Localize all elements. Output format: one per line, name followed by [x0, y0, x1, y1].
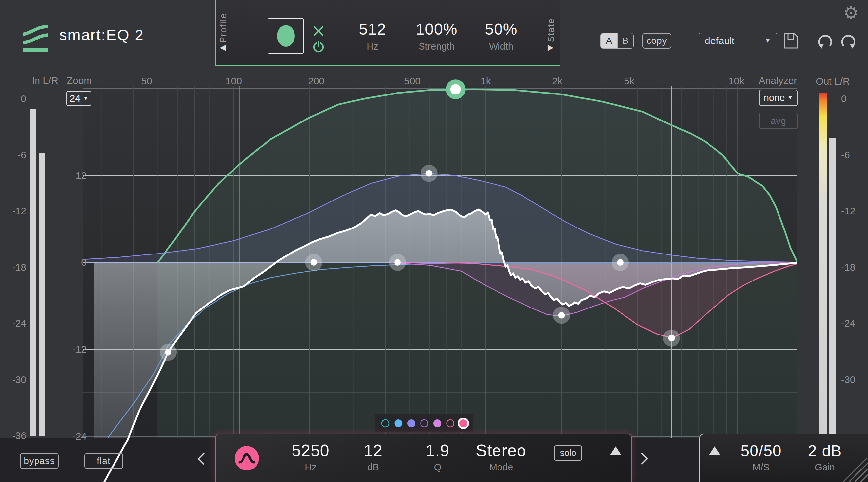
- band-handle[interactable]: [389, 254, 406, 271]
- profile-freq-unit: Hz: [367, 41, 378, 52]
- sonible-logo-icon: [21, 23, 51, 53]
- band-freq-label: Hz: [305, 462, 316, 473]
- freq-axis-label: 2k: [552, 76, 563, 86]
- band-freq-value[interactable]: 5250: [291, 441, 329, 460]
- width-label: Width: [489, 41, 513, 52]
- eq-db-label: -24: [72, 431, 87, 442]
- profile-handle[interactable]: [446, 79, 466, 99]
- width-value[interactable]: 50%: [485, 20, 517, 38]
- in-meter-label: In L/R: [32, 75, 58, 86]
- out-meter-bar-left: [819, 93, 827, 435]
- preset-dropdown-icon: ▼: [764, 37, 771, 44]
- preset-value: default: [705, 35, 735, 47]
- band-dot-2[interactable]: [395, 419, 402, 427]
- in-meter-scale-label: -36: [12, 430, 26, 441]
- copy-button[interactable]: copy: [642, 33, 671, 49]
- band-panel-collapse-icon[interactable]: [610, 447, 621, 455]
- band-dot-1[interactable]: [382, 420, 389, 427]
- in-meter-scale-label: -12: [12, 206, 26, 216]
- band-solo-button[interactable]: solo: [554, 446, 582, 461]
- band-q-label: Q: [434, 462, 441, 473]
- out-meter-scale-label: -24: [841, 318, 855, 329]
- zoom-value: 24: [69, 93, 80, 104]
- band-handle[interactable]: [421, 164, 438, 182]
- freq-axis-label: 5k: [624, 76, 635, 86]
- in-meter-scale-label: -18: [12, 262, 26, 273]
- profile-prev-icon[interactable]: ◀: [220, 43, 226, 51]
- eq-db-label: -12: [72, 344, 87, 355]
- analyzer-select[interactable]: none ▼: [759, 90, 798, 106]
- analyzer-avg-button[interactable]: avg: [759, 113, 798, 129]
- in-meter-scale-label: -6: [18, 149, 26, 160]
- ab-toggle-b[interactable]: B: [617, 33, 634, 49]
- output-gain-value[interactable]: 2 dB: [808, 442, 842, 460]
- out-meter-scale-label: -30: [841, 374, 855, 385]
- band-gain-label: dB: [367, 462, 379, 473]
- out-meter-scale-label: -18: [841, 262, 855, 273]
- in-meter-bar-left: [30, 109, 36, 435]
- band-handle[interactable]: [553, 307, 570, 324]
- out-meter-label: Out L/R: [816, 76, 849, 87]
- out-meter-bar-right: [829, 138, 836, 435]
- ms-value[interactable]: 50/50: [740, 442, 781, 460]
- state-section-label: State: [546, 9, 556, 42]
- resize-grip-icon[interactable]: [840, 458, 868, 482]
- band-selector-dots[interactable]: [375, 414, 473, 432]
- freq-axis-label: 1k: [480, 76, 491, 86]
- out-meter-scale-label: -6: [841, 149, 850, 160]
- out-meter-scale-label: 0: [841, 93, 847, 104]
- profile-clear-icon[interactable]: [313, 25, 324, 38]
- zoom-label: Zoom: [67, 75, 92, 86]
- band-q-value[interactable]: 1.9: [426, 441, 450, 460]
- band-handle[interactable]: [305, 254, 322, 271]
- in-meter-bar-right: [39, 153, 45, 435]
- ab-toggle-a[interactable]: A: [601, 33, 617, 49]
- preset-select[interactable]: default ▼: [699, 33, 777, 49]
- in-meter-scale-label: -30: [12, 374, 26, 385]
- bypass-button[interactable]: bypass: [20, 453, 59, 469]
- zoom-dropdown-icon: ▼: [83, 95, 89, 102]
- band-handle[interactable]: [663, 330, 680, 347]
- ms-label: M/S: [752, 462, 770, 473]
- band-handle[interactable]: [160, 344, 177, 361]
- band-type-icon[interactable]: [235, 446, 259, 471]
- in-meter-scale-label: 0: [21, 93, 26, 104]
- band-mode-value[interactable]: Stereo: [476, 441, 526, 460]
- eq-db-label: 12: [76, 170, 87, 181]
- ab-toggle[interactable]: A B: [600, 33, 634, 49]
- band-dot-4[interactable]: [421, 420, 428, 427]
- band-mode-label: Mode: [489, 462, 513, 473]
- analyzer-label: Analyzer: [759, 75, 797, 86]
- band-gain-value[interactable]: 12: [364, 441, 383, 460]
- freq-axis-label: 200: [308, 76, 324, 86]
- profile-freq-value[interactable]: 512: [359, 20, 386, 38]
- freq-axis-label: 100: [225, 76, 242, 86]
- profile-power-icon[interactable]: [313, 41, 324, 54]
- freq-axis-label: 50: [141, 76, 152, 86]
- band-handle[interactable]: [612, 254, 629, 271]
- eq-graph[interactable]: 501002005001k2k5k10k120-12-240-6-12-18-2…: [0, 0, 868, 482]
- settings-gear-icon[interactable]: ⚙: [843, 3, 859, 23]
- band-dot-6[interactable]: [447, 420, 454, 427]
- state-next-icon[interactable]: ▶: [548, 43, 553, 51]
- freq-axis-label: 500: [404, 76, 421, 86]
- profile-section-label: Profile: [218, 10, 229, 43]
- out-meter-scale-label: -12: [841, 206, 855, 216]
- analyzer-dropdown-icon: ▼: [787, 94, 793, 101]
- band-dot-3[interactable]: [407, 419, 415, 427]
- profile-active-dot: [277, 25, 295, 47]
- freq-axis-label: 10k: [728, 76, 745, 86]
- undo-icon[interactable]: [817, 32, 834, 51]
- eq-db-label: 0: [81, 257, 87, 268]
- output-gain-label: Gain: [815, 462, 835, 473]
- zoom-select[interactable]: 24 ▼: [66, 91, 91, 106]
- flat-button[interactable]: flat: [84, 453, 123, 469]
- band-dot-5[interactable]: [433, 419, 441, 427]
- ms-panel-collapse-icon[interactable]: [709, 447, 720, 455]
- band-dot-7[interactable]: [458, 418, 469, 429]
- strength-value[interactable]: 100%: [416, 20, 458, 38]
- in-meter-scale-label: -24: [12, 318, 26, 329]
- save-preset-icon[interactable]: [784, 33, 798, 50]
- analyzer-value: none: [764, 92, 785, 103]
- redo-icon[interactable]: [840, 32, 856, 51]
